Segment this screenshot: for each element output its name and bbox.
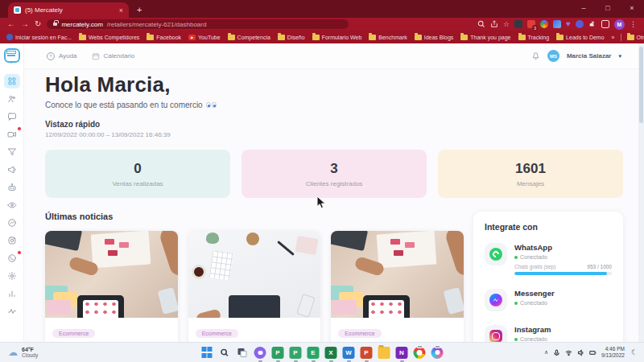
sidebar-item-chats[interactable]: [4, 109, 20, 124]
bookmark-item[interactable]: Iniciar sesión en Fac...: [6, 34, 72, 40]
browser-menu-icon[interactable]: ⋮: [630, 21, 637, 28]
bookmark-item[interactable]: Tracking: [518, 35, 550, 40]
chat-app-icon[interactable]: [254, 347, 266, 359]
forward-icon[interactable]: →: [21, 20, 29, 28]
bookmark-item[interactable]: Benchmark: [369, 35, 407, 40]
extension-purple-icon[interactable]: [576, 20, 584, 28]
news-card-body: Ecommerce Cómo ingresar un pedido...: [188, 318, 321, 342]
chats-meta-label: Chats gratis (sep): [514, 264, 555, 269]
bookmark-item[interactable]: Leads to Demo: [556, 35, 604, 40]
folder-icon: [312, 35, 320, 40]
bookmark-item[interactable]: Formulario Web: [312, 35, 362, 40]
sidebar-item-funnel[interactable]: [4, 145, 20, 159]
new-tab-button[interactable]: +: [137, 5, 142, 14]
bookmark-star-icon[interactable]: ☆: [503, 21, 510, 28]
integration-name: Messenger: [514, 289, 612, 298]
sidebar-item-contacts[interactable]: [4, 92, 20, 106]
focus-assist-moon-icon[interactable]: ☾: [631, 348, 638, 356]
taskbar-app-green-3[interactable]: E: [308, 347, 320, 359]
integration-messenger[interactable]: Messenger Conectado: [485, 289, 612, 311]
chats-meta-value: 953 / 1000: [587, 264, 612, 269]
extension-blue-icon[interactable]: [553, 20, 561, 28]
scrollbar-thumb[interactable]: [639, 47, 643, 123]
bookmark-item[interactable]: ▶YouTube: [188, 35, 221, 40]
extension-adblock-icon[interactable]: [514, 20, 522, 28]
browser-profile-avatar[interactable]: M: [614, 19, 625, 30]
bookmark-item[interactable]: Facebook: [147, 35, 181, 40]
tab-close-icon[interactable]: ×: [119, 6, 123, 14]
close-button[interactable]: ×: [620, 0, 644, 16]
taskbar-app-green-2[interactable]: P: [290, 347, 302, 359]
status-label: Conectado: [520, 300, 547, 306]
sidebar-item-campaigns[interactable]: [4, 162, 20, 177]
news-card[interactable]: Ecommerce Paso a paso: Aprende a crear t…: [331, 231, 464, 342]
excel-icon[interactable]: X: [325, 347, 337, 359]
bookmark-item[interactable]: Diseño: [278, 35, 305, 40]
maximize-button[interactable]: □: [596, 0, 620, 16]
calendar-button[interactable]: Calendario: [92, 52, 135, 60]
integration-instagram[interactable]: Instagram Conectado: [485, 325, 612, 342]
file-explorer-icon[interactable]: [378, 347, 390, 359]
extension-meta-icon[interactable]: 3: [527, 20, 535, 28]
browser-tab[interactable]: (5) Mercately ×: [8, 2, 129, 18]
onenote-icon[interactable]: N: [396, 347, 408, 359]
chrome-icon[interactable]: [414, 347, 426, 359]
news-cards: Ecommerce Paso a paso: Aprende a crear t…: [45, 231, 464, 342]
weather-widget[interactable]: ☁ 64°FCloudy: [0, 347, 38, 358]
bookmark-item[interactable]: Webs Competidores: [79, 35, 139, 40]
bookmark-item[interactable]: Thank you page: [460, 35, 510, 40]
sidebar-item-activity[interactable]: [4, 304, 20, 319]
user-menu-caret-icon[interactable]: ▾: [618, 53, 621, 60]
other-bookmarks-button[interactable]: Otros favoritos: [627, 35, 644, 40]
sidebar-item-settings[interactable]: [4, 269, 20, 283]
sidebar-item-camera[interactable]: [4, 127, 20, 142]
bookmark-item[interactable]: Competencia: [228, 35, 270, 40]
page-scrollbar[interactable]: [638, 43, 644, 342]
volume-icon[interactable]: [577, 349, 584, 356]
word-icon[interactable]: W: [343, 347, 355, 359]
sidebar-item-monitoring[interactable]: [4, 198, 20, 212]
browser-profile-icon[interactable]: [431, 347, 444, 359]
user-name[interactable]: Marcia Salazar: [567, 52, 612, 60]
hidden-icons-chevron[interactable]: ∧: [544, 349, 548, 356]
sidebar-item-instagram[interactable]: [4, 233, 20, 248]
sidebar-item-messenger[interactable]: [4, 216, 20, 230]
start-button[interactable]: [201, 347, 213, 359]
notifications-bell-icon[interactable]: [531, 49, 540, 64]
microphone-icon[interactable]: [553, 349, 560, 356]
sidebar-item-metrics[interactable]: [4, 286, 20, 301]
news-card[interactable]: Ecommerce Cómo ingresar un pedido...: [188, 231, 321, 342]
powerpoint-icon[interactable]: P: [361, 347, 373, 359]
wifi-icon[interactable]: [565, 349, 572, 356]
taskbar-app-green-1[interactable]: P: [272, 347, 284, 359]
task-view-button[interactable]: [237, 347, 249, 359]
integration-status: Conectado: [514, 300, 612, 306]
sidebar: [0, 43, 24, 342]
search-icon: [221, 348, 229, 357]
zoom-icon[interactable]: [477, 20, 485, 28]
address-bar[interactable]: mercately.com /retailers/mercately-621/d…: [47, 19, 349, 29]
user-avatar[interactable]: MS: [547, 50, 559, 62]
news-card[interactable]: Ecommerce Paso a paso: Aprende a crear t…: [45, 231, 178, 342]
extension-heart-icon[interactable]: ♥: [566, 20, 571, 28]
bookmarks-overflow-icon[interactable]: »: [612, 35, 615, 40]
battery-icon[interactable]: [589, 349, 597, 356]
back-icon[interactable]: ←: [7, 20, 15, 28]
bookmark-item[interactable]: Ideas Blogs: [415, 35, 454, 40]
sidebar-item-dashboard[interactable]: [4, 74, 20, 88]
side-panel-icon[interactable]: [601, 20, 609, 28]
photo-detail: [83, 300, 118, 318]
extension-pinwheel-icon[interactable]: [540, 20, 548, 28]
share-icon[interactable]: [490, 20, 498, 28]
help-button[interactable]: ?Ayuda: [47, 52, 77, 60]
taskbar-clock[interactable]: 4:46 PM9/13/2022: [601, 346, 625, 360]
minimize-button[interactable]: –: [572, 0, 596, 16]
extensions-puzzle-icon[interactable]: [588, 20, 597, 28]
search-button[interactable]: [219, 347, 231, 359]
sidebar-item-whatsapp[interactable]: [4, 251, 20, 265]
sidebar-item-chatbot[interactable]: [4, 180, 20, 195]
photo-detail: [332, 300, 357, 315]
main-area: ?Ayuda Calendario MS Marcia Salazar ▾ Ho…: [24, 43, 644, 342]
integration-whatsapp[interactable]: WhatsApp Conectado Chats gratis (sep)953…: [485, 243, 612, 275]
reload-icon[interactable]: ↻: [35, 20, 41, 28]
